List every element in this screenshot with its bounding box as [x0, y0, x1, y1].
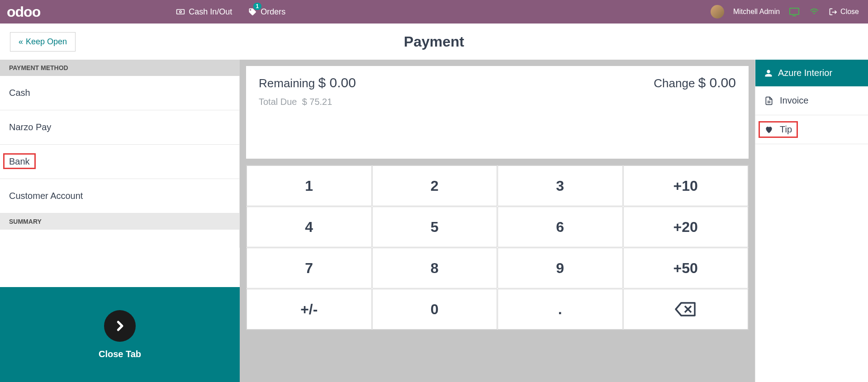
cash-label: Cash In/Out [189, 7, 232, 17]
tip-button[interactable]: Tip [755, 115, 868, 144]
num-8[interactable]: 8 [372, 248, 498, 288]
method-bank[interactable]: Bank [0, 145, 239, 179]
num-backspace[interactable] [623, 289, 749, 330]
num-1[interactable]: 1 [247, 165, 372, 206]
num-2[interactable]: 2 [372, 165, 498, 206]
customer-button[interactable]: Azure Interior [755, 60, 868, 86]
method-cash[interactable]: Cash [0, 76, 239, 110]
num-6[interactable]: 6 [498, 207, 623, 247]
payment-method-header: PAYMENT METHOD [0, 60, 240, 76]
num-7[interactable]: 7 [247, 248, 372, 288]
numpad: 1 2 3 +10 4 5 6 +20 7 8 9 +50 +/- 0 . [246, 165, 749, 330]
svg-rect-0 [177, 9, 185, 14]
status-box: Remaining $ 0.00 Change $ 0.00 Total Due… [246, 66, 749, 159]
center-panel: Remaining $ 0.00 Change $ 0.00 Total Due… [240, 60, 755, 382]
top-header: odoo Cash In/Out 1 Orders Mitchell Admin… [0, 0, 868, 24]
main: PAYMENT METHOD Cash Narzo Pay Bank Custo… [0, 60, 868, 382]
cash-in-out-button[interactable]: Cash In/Out [176, 7, 232, 17]
chevron-left-icon: « [19, 37, 23, 47]
method-label: Narzo Pay [9, 122, 51, 132]
summary-header: SUMMARY [0, 213, 240, 230]
orders-label: Orders [261, 7, 285, 17]
num-sign[interactable]: +/- [247, 289, 372, 330]
orders-button[interactable]: 1 Orders [248, 7, 285, 17]
method-label: Cash [9, 88, 30, 98]
wifi-icon[interactable] [809, 7, 820, 16]
document-icon [764, 96, 773, 106]
header-right: Mitchell Admin Close [711, 5, 859, 19]
num-5[interactable]: 5 [372, 207, 498, 247]
num-plus-50[interactable]: +50 [623, 248, 749, 288]
num-dot[interactable]: . [498, 289, 623, 330]
total-due-value: $ 75.21 [302, 97, 332, 107]
num-9[interactable]: 9 [498, 248, 623, 288]
tip-label: Tip [780, 124, 792, 135]
change: Change $ 0.00 [654, 75, 736, 90]
left-panel: PAYMENT METHOD Cash Narzo Pay Bank Custo… [0, 60, 240, 382]
right-panel: Azure Interior Invoice Tip [755, 60, 868, 382]
screen-icon[interactable] [789, 7, 800, 16]
svg-rect-2 [790, 8, 799, 14]
orders-badge: 1 [253, 3, 262, 10]
chevron-right-icon [104, 310, 136, 342]
method-narzo-pay[interactable]: Narzo Pay [0, 110, 239, 145]
signout-icon [829, 7, 838, 16]
validate-label: Close Tab [99, 349, 141, 359]
method-label: Customer Account [9, 191, 83, 201]
method-label: Bank [9, 156, 30, 166]
num-3[interactable]: 3 [498, 165, 623, 206]
user-name[interactable]: Mitchell Admin [733, 8, 780, 16]
page-title: Payment [404, 33, 464, 50]
summary-body [0, 230, 240, 248]
validate-button[interactable]: Close Tab [0, 287, 240, 382]
tag-icon: 1 [248, 7, 257, 16]
cash-icon [176, 7, 185, 16]
keep-open-button[interactable]: « Keep Open [10, 32, 76, 52]
change-value: $ 0.00 [698, 75, 736, 90]
num-0[interactable]: 0 [372, 289, 498, 330]
close-label: Close [840, 8, 859, 16]
invoice-button[interactable]: Invoice [755, 86, 868, 115]
toolbar: « Keep Open Payment [0, 24, 868, 60]
keep-open-label: Keep Open [26, 37, 67, 47]
remaining: Remaining $ 0.00 [259, 75, 356, 90]
method-list: Cash Narzo Pay Bank Customer Account [0, 76, 240, 213]
num-plus-10[interactable]: +10 [623, 165, 749, 206]
num-4[interactable]: 4 [247, 207, 372, 247]
svg-point-1 [180, 11, 181, 13]
backspace-icon [675, 301, 697, 317]
total-due: Total Due $ 75.21 [259, 97, 736, 107]
num-plus-20[interactable]: +20 [623, 207, 749, 247]
customer-name: Azure Interior [778, 68, 832, 78]
user-icon [764, 69, 773, 78]
method-customer-account[interactable]: Customer Account [0, 179, 239, 213]
invoice-label: Invoice [780, 95, 808, 106]
heart-icon [764, 125, 773, 134]
avatar[interactable] [711, 5, 724, 19]
logo: odoo [7, 4, 40, 20]
close-button[interactable]: Close [829, 7, 859, 16]
remaining-value: $ 0.00 [318, 75, 356, 90]
